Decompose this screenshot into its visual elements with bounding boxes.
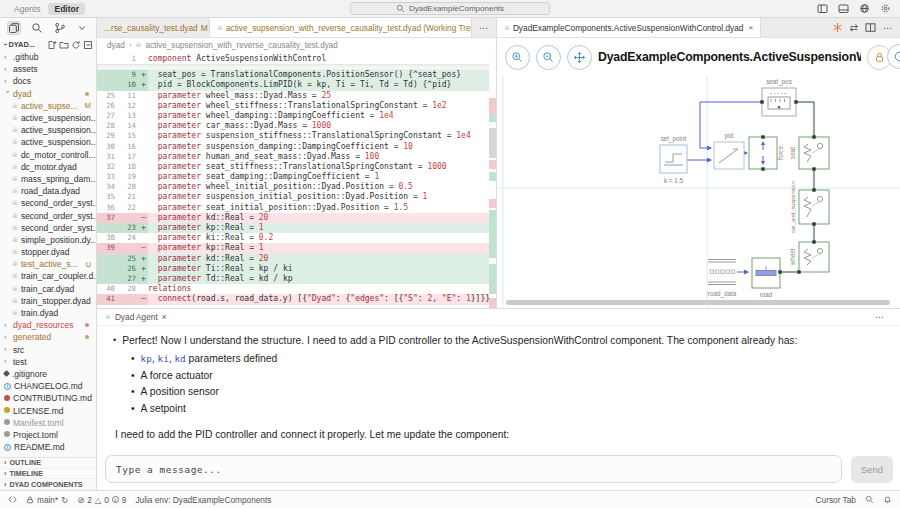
more-actions-icon[interactable]: ⋯ xyxy=(479,23,489,33)
sync-icon[interactable]: ↻ xyxy=(61,495,68,505)
block-road[interactable]: road xyxy=(752,258,780,298)
block-seat[interactable]: seat xyxy=(789,137,829,169)
diagram-svg[interactable]: seat_posset_pointk = 1.5pidforceseatcar_… xyxy=(497,76,900,308)
code-line[interactable]: 2511 parameter wheel_mass::Dyad.Mass = 2… xyxy=(97,91,496,101)
tree-item-active-supse-[interactable]: ≣active_supse...M xyxy=(0,100,96,112)
code-line[interactable]: 26+ parameter Ti::Real = kp / ki xyxy=(97,264,496,274)
tree-item-dc-motor-dyad[interactable]: ≣dc_motor.dyad xyxy=(0,161,96,173)
tab-dyad-agent[interactable]: ≣ Dyad Agent × xyxy=(105,312,167,322)
tree-item-readme-md[interactable]: iREADME.md xyxy=(0,441,96,453)
code-line[interactable]: 23+ parameter kp::Real = 1 xyxy=(97,223,496,233)
chevron-down-icon[interactable] xyxy=(75,21,89,35)
breadcrumb-file[interactable]: active_supsension_with_reverse_causality… xyxy=(145,41,338,50)
close-icon[interactable]: × xyxy=(748,23,753,32)
more-actions-icon[interactable]: ⋯ xyxy=(875,312,885,322)
block-road_data[interactable]: road_data xyxy=(708,260,737,299)
files-explorer-icon[interactable] xyxy=(7,21,21,35)
code-line[interactable]: 37– parameter kd::Real = 20 xyxy=(97,213,496,223)
tree-item-docs[interactable]: ›docs xyxy=(0,75,96,87)
editor-tab[interactable]: ...rse_causality_test.dyadM● xyxy=(97,18,210,37)
horizontal-scrollbar[interactable] xyxy=(506,300,890,305)
tree-item-changelog-md[interactable]: iCHANGELOG.md xyxy=(0,380,96,392)
code-line[interactable]: 3622 parameter seat_initial_position::Dy… xyxy=(97,203,496,213)
overview-ruler[interactable] xyxy=(489,52,496,308)
tree-item-license-md[interactable]: LICENSE.md xyxy=(0,404,96,416)
block-seat_pos[interactable]: seat_pos xyxy=(762,78,796,116)
tree-item-project-toml[interactable]: Project.toml xyxy=(0,429,96,441)
code-line[interactable]: 9+ seat_pos = TranslationalComponents.Po… xyxy=(97,70,496,80)
code-line[interactable]: 25+ parameter kd::Real = 20 xyxy=(97,254,496,264)
tree-item-simple-position-dy-[interactable]: ≣simple_position.dy... xyxy=(0,234,96,246)
tree-item-road-data-dyad[interactable]: ≣road_data.dyad xyxy=(0,185,96,197)
code-line[interactable]: 2915 parameter suspension_stiffness::Tra… xyxy=(97,131,496,141)
tab-editor[interactable]: Editor xyxy=(48,3,85,15)
bell-icon[interactable] xyxy=(883,495,892,504)
tree-item-second-order-syst-[interactable]: ≣second_order_syst... xyxy=(0,222,96,234)
source-control-icon[interactable] xyxy=(53,21,67,35)
diff-editor[interactable]: 1component ActiveSuspensionWithControl9+… xyxy=(97,52,496,308)
tree-item-second-order-syst-[interactable]: ≣second_order_syst... xyxy=(0,209,96,221)
settings-gear-icon[interactable] xyxy=(878,2,892,16)
code-line[interactable]: 1component ActiveSuspensionWithControl xyxy=(97,54,496,64)
block-set_point[interactable]: set_pointk = 1.5 xyxy=(660,135,687,184)
close-icon[interactable]: × xyxy=(162,312,167,322)
tree-item--github[interactable]: ›.github xyxy=(0,51,96,63)
editor-tab[interactable]: ≣active_supsension_with_reverse_causalit… xyxy=(210,18,472,37)
tree-item-train-stopper-dyad[interactable]: ≣train_stopper.dyad xyxy=(0,295,96,307)
code-line[interactable]: 3117 parameter human_and_seat_mass::Dyad… xyxy=(97,152,496,162)
zoom-fit-button[interactable] xyxy=(567,45,592,70)
problems-status[interactable]: ⊘ 2 △ 0 i 9 xyxy=(77,495,126,505)
tree-item-train-car-coupler-d-[interactable]: ≣train_car_coupler.d... xyxy=(0,270,96,282)
zoom-out-button[interactable] xyxy=(536,45,561,70)
julia-icon[interactable] xyxy=(832,22,843,33)
tree-item-dyad[interactable]: ›dyad xyxy=(0,88,96,100)
tab-agents[interactable]: Agents xyxy=(8,3,46,15)
compare-changes-icon[interactable]: ⇄ xyxy=(850,22,858,33)
code-line[interactable]: 3016 parameter suspension_damping::Dampi… xyxy=(97,142,496,152)
code-line[interactable]: 10+ pid = BlockComponents.LimPID(k = kp,… xyxy=(97,80,496,90)
tree-item-manifest-toml[interactable]: Manifest.toml xyxy=(0,417,96,429)
sidebar-section-dyad-components[interactable]: ›DYAD COMPONENTS xyxy=(0,479,96,490)
tree-item-active-suspension-[interactable]: ≣active_suspension... xyxy=(0,112,96,124)
code-line[interactable]: 27+ parameter Td::Real = kd / kp xyxy=(97,274,496,284)
code-line[interactable]: 4028relations xyxy=(97,284,496,294)
tree-item--gitignore[interactable]: .gitignore xyxy=(0,368,96,380)
breadcrumb-folder[interactable]: dyad xyxy=(107,41,125,50)
cursor-tab-status[interactable]: Cursor Tab xyxy=(816,495,856,505)
tree-item-dyad-resources[interactable]: ›dyad_resources xyxy=(0,319,96,331)
refresh-icon[interactable] xyxy=(71,40,81,50)
globe-icon[interactable] xyxy=(857,2,871,16)
tree-item-stopper-dyad[interactable]: ≣stopper.dyad xyxy=(0,246,96,258)
explorer-root[interactable]: › DYAD... xyxy=(0,38,96,51)
code-line[interactable]: 39– parameter kp::Real = 1 xyxy=(97,243,496,253)
new-file-icon[interactable] xyxy=(47,40,57,50)
message-input[interactable] xyxy=(105,455,842,483)
code-line[interactable]: 3824 parameter ki::Real = 0.2 xyxy=(97,233,496,243)
code-line[interactable]: 2612 parameter wheel_stiffness::Translat… xyxy=(97,101,496,111)
tree-item-train-dyad[interactable]: ≣train.dyad xyxy=(0,307,96,319)
tree-item-assets[interactable]: ›assets xyxy=(0,63,96,75)
tree-item-test-active-s-[interactable]: ≣test_active_s...U xyxy=(0,258,96,270)
code-line[interactable]: 3319 parameter seat_damping::DampingCoef… xyxy=(97,172,496,182)
editor-tab[interactable]: ≣DyadExampleComponents.ActiveSuspensionW… xyxy=(497,18,761,37)
search-icon[interactable] xyxy=(30,21,44,35)
julia-env-status[interactable]: Julia env: DyadExampleComponents xyxy=(135,495,271,505)
tree-item-contributing-md[interactable]: CONTRIBUTING.md xyxy=(0,392,96,404)
command-center-search[interactable]: DyadExampleComponents xyxy=(350,2,550,15)
code-line[interactable]: 2814 parameter car_mass::Dyad.Mass = 100… xyxy=(97,121,496,131)
breadcrumb[interactable]: dyad › ≣ active_supsension_with_reverse_… xyxy=(97,38,496,52)
tree-item-active-suspension-[interactable]: ≣active_suspension.... xyxy=(0,136,96,148)
block-force[interactable]: force xyxy=(749,137,784,169)
code-line[interactable]: 3521 parameter suspension_initial_positi… xyxy=(97,192,496,202)
tree-item-src[interactable]: ›src xyxy=(0,344,96,356)
tree-item-dc-motor-controll-[interactable]: ≣dc_motor_controll... xyxy=(0,149,96,161)
block-wheel[interactable]: wheel xyxy=(789,242,829,272)
sidebar-section-outline[interactable]: ›OUTLINE xyxy=(0,458,96,469)
magnifier-icon[interactable] xyxy=(865,495,874,504)
diagram-canvas[interactable]: seat_posset_pointk = 1.5pidforceseatcar_… xyxy=(497,76,900,308)
remote-icon[interactable] xyxy=(8,495,17,504)
code-line[interactable]: 2713 parameter wheel_damping::DampingCoe… xyxy=(97,111,496,121)
tree-item-test[interactable]: ›test xyxy=(0,356,96,368)
code-line[interactable]: 3420 parameter wheel_initial_position::D… xyxy=(97,182,496,192)
sidebar-section-timeline[interactable]: ›TIMELINE xyxy=(0,469,96,480)
